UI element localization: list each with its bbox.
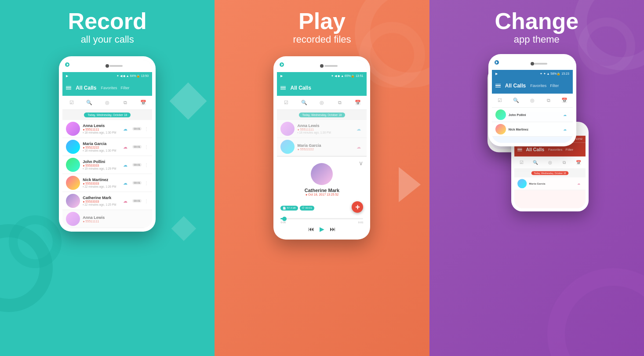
calendar-icon-2[interactable]: 📅 [355,100,361,106]
cloud-icon-catherine: ☁ [121,198,130,204]
cloud-icon-maria: ☁ [121,144,130,150]
search-icon-2[interactable]: 🔍 [301,100,307,106]
call-item-john[interactable]: John Pollini 55533333 • 19 minutes ago, … [62,156,152,174]
duration-maria: 00:01 [132,145,142,149]
info-blue-2: Nick Martinez [509,128,558,131]
expanded-call-card: ∨ Catherine Mark Oct 18, 2017 13:25:52 📄… [277,156,367,236]
target-icon-2[interactable]: ◎ [319,100,325,106]
tabs-red: Favorites Filter [548,148,573,152]
copy-icon-2[interactable]: ⧉ [337,100,343,106]
call-item-blue-1[interactable]: John Pollini ☁ [492,108,573,122]
phone-play: ▶ ✦ ◀ ◆ ▲ 65%🔒 13:51 All Calls ☑ 🔍 ◎ ⧉ 📅… [273,56,370,240]
expanded-call-header: ∨ Catherine Mark Oct 18, 2017 13:25:52 [277,157,367,200]
blurred-number-maria: 55522222 [297,148,352,151]
more-dots-john[interactable]: ⋮ [144,163,149,167]
call-item-red-1[interactable]: Maria Garcia ☁ [514,178,586,190]
menu-icon-blue[interactable] [495,84,501,88]
call-item-catherine[interactable]: Catherine Mark 55533333 • 22 minutes ago… [62,192,152,210]
edit-icon-2[interactable]: ☑ [283,100,289,106]
toolbar-1: ☑ 🔍 ◎ ⧉ 📅 [62,96,152,110]
edit-icon[interactable]: ☑ [69,100,75,106]
edit-red[interactable]: ☑ [519,160,524,165]
duration-badge-expanded: ⏱ 00:01 [300,206,314,211]
avatar-john [66,158,80,172]
edit-blue[interactable]: ☑ [497,98,503,104]
av-blue-2 [495,124,506,134]
panel-3-main-word: Change [495,9,579,34]
call-number-anna: 55511111 [83,128,118,131]
progress-bar[interactable] [280,218,363,219]
more-dots-nick[interactable]: ⋮ [144,181,149,185]
call-time-nick: • 22 minutes ago, 1:26 PM [83,185,118,188]
blurred-time-anna: • 18 minutes ago, 1:30 PM [297,131,352,134]
panel-play: Play recorded files ▶ ✦ ◀ ◆ ▲ 65%🔒 13:51… [215,0,429,356]
call-info-maria: Maria Garcia 55522222 • 18 minutes ago, … [83,142,118,152]
search-blue[interactable]: 🔍 [513,98,519,104]
tab-fav-red[interactable]: Favorites [548,148,563,152]
more-dots-catherine[interactable]: ⋮ [144,199,149,203]
tab-filter[interactable]: Filter [121,86,130,90]
status-bar-blue: ▶ ✦ ✦ ▲ 58%🔒 15:23 [492,70,573,78]
target-icon[interactable]: ◎ [104,100,110,106]
phone-record: ▶ ✦ ◀ ◆ ▲ 64%🔒 13:50 All Calls Favorites… [59,56,156,232]
call-name-anna2: Anna Lewis [83,215,149,220]
forward-button[interactable]: ⏭ [330,225,336,232]
av-blue-1 [495,109,506,120]
phone-blue-speaker [534,63,547,65]
rewind-button[interactable]: ⏮ [308,225,314,232]
call-time-john: • 19 minutes ago, 1:29 PM [83,167,118,170]
blurred-number-anna: 55511111 [297,128,352,131]
cloud-icon-anna: ☁ [121,126,130,132]
cloud-icon-john: ☁ [121,162,130,168]
phones-stack: ▶ ✦ ◀ ◆ ▲ 65%🔒 13:51 All Calls Favorites… [480,54,594,274]
deco-diamond-2 [171,216,196,241]
menu-icon-2[interactable] [280,86,286,90]
call-number-catherine: 55533333 [83,200,118,203]
search-icon[interactable]: 🔍 [86,100,92,106]
notification-icon [65,62,69,67]
copy-red[interactable]: ⧉ [561,160,567,165]
current-time: 0:00 [280,221,286,224]
tab-filter-blue[interactable]: Filter [550,84,559,88]
menu-icon[interactable] [66,86,71,90]
cloud-blurred-anna: ☁ [354,126,363,132]
avatar-anna [66,122,80,136]
search-red[interactable]: 🔍 [533,160,538,165]
more-dots-anna[interactable]: ⋮ [144,127,149,131]
call-item-anna2[interactable]: Anna Lewis 55511111 [62,210,152,228]
panel-1-main-word: Record [68,9,147,34]
status-left-2: ▶ [280,74,283,78]
more-dots-maria[interactable]: ⋮ [144,145,149,149]
fab-add-button[interactable]: + [352,201,363,213]
call-name-nick: Nick Martinez [83,178,118,182]
copy-icon[interactable]: ⧉ [122,100,128,106]
red-content-area: Maria Garcia ☁ [514,178,586,208]
tab-filter-red[interactable]: Filter [565,148,573,152]
calendar-icon[interactable]: 📅 [140,100,146,106]
call-item-blue-2[interactable]: Nick Martinez ☁ [492,122,573,137]
tab-favorites[interactable]: Favorites [101,86,117,90]
call-item-anna[interactable]: Anna Lewis 55511111 • 18 minutes ago, 1:… [62,120,152,138]
tab-fav-blue[interactable]: Favorites [530,84,546,88]
call-name-catherine: Catherine Mark [83,196,118,200]
panel-3-sub-text: app theme [495,34,579,45]
file-badges: 📄 57.4 kB ⏱ 00:01 [280,206,314,211]
expanded-action-row: 📄 57.4 kB ⏱ 00:01 + [277,200,367,214]
name-blue-2: Nick Martinez [509,128,558,131]
app-bar-2: All Calls [277,80,367,96]
cal-blue[interactable]: 📅 [561,98,568,104]
target-blue[interactable]: ◎ [529,98,535,104]
status-left: ▶ [66,74,68,78]
cal-red[interactable]: 📅 [575,160,581,165]
copy-blue[interactable]: ⧉ [546,98,552,104]
info-blue-1: John Pollini [509,113,558,116]
call-item-maria[interactable]: Maria Garcia 55522222 • 18 minutes ago, … [62,138,152,156]
call-name-john: John Pollini [83,160,118,164]
menu-icon-red[interactable] [517,148,522,151]
progress-dot[interactable] [282,217,287,221]
name-blue-1: John Pollini [509,113,558,116]
chevron-down-icon[interactable]: ∨ [359,160,363,167]
call-item-nick[interactable]: Nick Martinez 55533333 • 22 minutes ago,… [62,174,152,192]
target-red[interactable]: ◎ [547,160,553,165]
play-button[interactable]: ▶ [320,225,324,232]
